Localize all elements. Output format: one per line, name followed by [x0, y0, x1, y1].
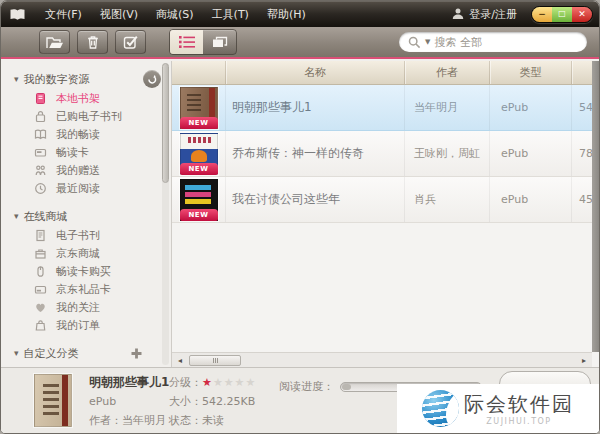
watermark-domain: ZUJIHUI.TOP [486, 417, 551, 426]
book-cover-image: NEW [180, 133, 218, 175]
list-view-icon [178, 35, 196, 49]
open-book-icon [34, 128, 47, 141]
book-type-cell: ePub [490, 177, 572, 222]
horizontal-scrollbar[interactable]: ◂ ▸ [172, 352, 592, 367]
clock-icon [34, 182, 47, 195]
new-badge: NEW [180, 209, 218, 221]
list-view-button[interactable] [170, 30, 203, 54]
table-row[interactable]: NEW 乔布斯传：神一样的传奇 王咏刚，周虹 ePub 78 [172, 131, 599, 177]
sidebar-item-my-orders[interactable]: 我的订单 [1, 316, 171, 334]
checkbox-icon [122, 34, 139, 50]
table-row[interactable]: NEW 我在讨债公司这些年 肖兵 ePub 45 [172, 177, 599, 223]
star-filled[interactable]: ★ [202, 376, 213, 389]
delete-button[interactable] [77, 30, 108, 54]
heart-icon [34, 301, 47, 314]
menu-tools[interactable]: 工具(T) [203, 4, 258, 25]
app-window: 文件(F) 视图(V) 商城(S) 工具(T) 帮助(H) 登录/注册 − □ … [0, 0, 600, 434]
sidebar-item-label: 我的赠送 [56, 165, 100, 176]
sidebar-scrollbar-thumb[interactable] [162, 63, 169, 183]
minimize-button[interactable]: − [532, 7, 552, 22]
sidebar-item-label: 畅读卡购买 [56, 266, 111, 277]
sidebar-item-label: 最近阅读 [56, 183, 100, 194]
main-area: ▾ 我的数字资源 本地书架 已购电子书刊 [1, 61, 599, 367]
sidebar-item-label: 我的关注 [56, 302, 100, 313]
sidebar-item-gift-card[interactable]: 京东礼品卡 [1, 280, 171, 298]
search-scope-dropdown-icon[interactable]: ▼ [425, 38, 430, 46]
vertical-scrollbar[interactable] [592, 61, 599, 352]
sidebar: ▾ 我的数字资源 本地书架 已购电子书刊 [1, 61, 171, 367]
sidebar-item-label: 京东商城 [56, 248, 100, 259]
sidebar-item-my-gifts[interactable]: 我的赠送 [1, 161, 171, 179]
bag-lock-icon [34, 110, 47, 123]
section-label: 在线商城 [24, 209, 68, 224]
stars-empty[interactable]: ★★★★ [213, 376, 256, 389]
scroll-left-arrow[interactable]: ◂ [175, 356, 185, 365]
view-toggle-group [169, 29, 237, 55]
select-button[interactable] [115, 30, 146, 54]
caret-down-icon: ▾ [14, 75, 19, 84]
menu-store[interactable]: 商城(S) [147, 4, 203, 25]
book-list-area: 名称 作者 类型 NEW 明朝那些事儿1 当年明月 ePub 54 [171, 61, 599, 367]
folder-open-icon [45, 35, 65, 50]
column-header-cover[interactable] [172, 61, 226, 84]
sidebar-item-ebooks[interactable]: 电子书刊 [1, 226, 171, 244]
globe-logo-icon [422, 390, 459, 427]
menu-help[interactable]: 帮助(H) [258, 4, 315, 25]
titlebar: 文件(F) 视图(V) 商城(S) 工具(T) 帮助(H) 登录/注册 − □ … [1, 1, 599, 27]
sidebar-item-card-purchase[interactable]: 畅读卡购买 [1, 262, 171, 280]
open-folder-button[interactable] [39, 30, 70, 54]
search-box[interactable]: ▼ 搜索 全部 [399, 32, 587, 52]
sidebar-item-label: 我的畅读 [56, 129, 100, 140]
horizontal-scrollbar-thumb[interactable] [189, 355, 241, 366]
detail-size: 大小：542.25KB [169, 392, 256, 411]
sidebar-item-label: 畅读卡 [56, 147, 89, 158]
add-category-button[interactable] [130, 347, 143, 360]
menu-file[interactable]: 文件(F) [36, 4, 91, 25]
detail-col-meta: 分级：★★★★★ 大小：542.25KB 状态：未读 [169, 373, 256, 430]
login-register-link[interactable]: 登录/注册 [452, 7, 517, 22]
detail-status: 状态：未读 [169, 411, 256, 430]
book-cover-cell: NEW [172, 85, 226, 130]
column-header-author[interactable]: 作者 [405, 61, 490, 84]
user-icon [452, 8, 464, 20]
sidebar-item-my-reading[interactable]: 我的畅读 [1, 125, 171, 143]
book-title-cell: 我在讨债公司这些年 [226, 177, 405, 222]
book-cover-cell: NEW [172, 131, 226, 176]
search-icon [408, 36, 421, 49]
cover-view-button[interactable] [203, 30, 236, 54]
app-book-icon [9, 8, 26, 21]
caret-down-icon: ▾ [14, 212, 19, 221]
sidebar-item-label: 已购电子书刊 [56, 111, 122, 122]
book-title-cell: 明朝那些事儿1 [226, 85, 405, 130]
scroll-right-arrow[interactable]: ▸ [579, 356, 589, 365]
search-placeholder: 搜索 全部 [434, 35, 482, 50]
book-type-cell: ePub [490, 131, 572, 176]
sidebar-item-local-shelf[interactable]: 本地书架 [1, 89, 171, 107]
column-header-name[interactable]: 名称 [226, 61, 405, 84]
detail-col-basic: 明朝那些事儿1 ePub 作者：当年明月 [89, 373, 169, 430]
section-label: 我的数字资源 [24, 72, 90, 87]
maximize-button[interactable]: □ [552, 7, 572, 22]
detail-panel: 明朝那些事儿1 ePub 作者：当年明月 分级：★★★★★ 大小：542.25K… [1, 367, 599, 433]
refresh-button[interactable] [143, 70, 161, 88]
watermark: 际会软件园 ZUJIHUI.TOP [397, 384, 599, 433]
sidebar-item-reading-card[interactable]: 畅读卡 [1, 143, 171, 161]
table-row[interactable]: NEW 明朝那些事儿1 当年明月 ePub 54 [172, 85, 599, 131]
sidebar-section-online-mall[interactable]: ▾ 在线商城 [1, 206, 171, 226]
sidebar-item-jd-mall[interactable]: 京东商城 [1, 244, 171, 262]
document-icon [34, 229, 47, 242]
sidebar-section-my-resources[interactable]: ▾ 我的数字资源 [1, 69, 171, 89]
sidebar-item-my-follows[interactable]: 我的关注 [1, 298, 171, 316]
sidebar-item-label: 电子书刊 [56, 230, 100, 241]
menu-bar: 文件(F) 视图(V) 商城(S) 工具(T) 帮助(H) [36, 4, 315, 25]
sidebar-item-purchased[interactable]: 已购电子书刊 [1, 107, 171, 125]
sidebar-section-custom-categories[interactable]: ▾ 自定义分类 [1, 343, 171, 363]
book-title-cell: 乔布斯传：神一样的传奇 [226, 131, 405, 176]
menu-view[interactable]: 视图(V) [91, 4, 147, 25]
toolbar: ▼ 搜索 全部 [1, 27, 599, 59]
column-header-type[interactable]: 类型 [490, 61, 572, 84]
giftcard-icon [34, 283, 47, 296]
close-button[interactable]: ✕ [572, 7, 592, 22]
sidebar-item-recent-reading[interactable]: 最近阅读 [1, 179, 171, 197]
sidebar-scrollbar[interactable] [162, 63, 169, 365]
